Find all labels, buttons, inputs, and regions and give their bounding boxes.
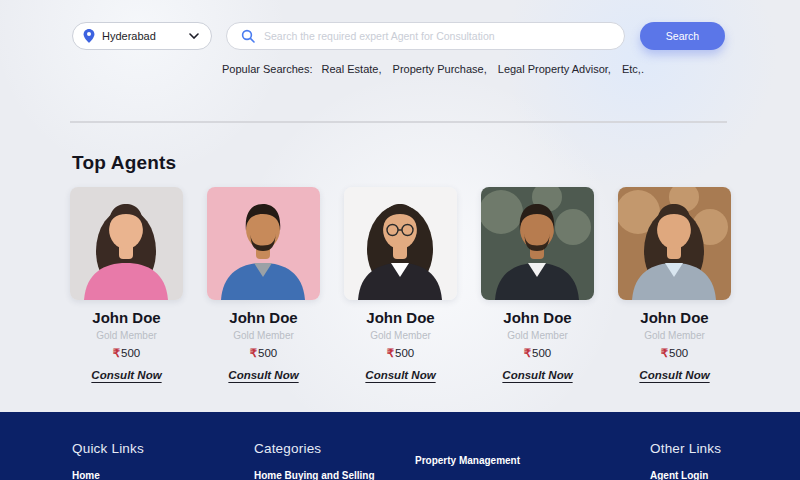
agent-photo	[618, 187, 731, 300]
agent-name: John Doe	[229, 309, 297, 326]
search-field-container	[226, 22, 625, 50]
popular-search-item[interactable]: Real Estate,	[322, 63, 382, 75]
footer-heading-other-links: Other Links	[650, 441, 721, 456]
consult-now-link[interactable]: Consult Now	[91, 369, 161, 381]
rupee-icon: ₹	[250, 347, 257, 359]
agent-tier: Gold Member	[370, 330, 431, 341]
rupee-icon: ₹	[387, 347, 394, 359]
agent-price: ₹500	[113, 346, 141, 360]
agent-name: John Doe	[366, 309, 434, 326]
rupee-icon: ₹	[113, 347, 120, 359]
agent-tier: Gold Member	[233, 330, 294, 341]
location-pin-icon	[83, 29, 95, 43]
price-value: 500	[395, 347, 414, 359]
agent-price: ₹500	[661, 346, 689, 360]
location-label: Hyderabad	[102, 30, 156, 42]
chevron-down-icon	[189, 33, 199, 39]
agent-card: John Doe Gold Member ₹500 Consult Now	[481, 187, 594, 381]
popular-search-item[interactable]: Property Purchase,	[393, 63, 487, 75]
popular-searches: Popular Searches: Real Estate, Property …	[222, 63, 652, 75]
agent-card: John Doe Gold Member ₹500 Consult Now	[70, 187, 183, 381]
footer-heading-quick-links: Quick Links	[72, 441, 144, 456]
agent-photo	[70, 187, 183, 300]
price-value: 500	[532, 347, 551, 359]
price-value: 500	[258, 347, 277, 359]
consult-now-link[interactable]: Consult Now	[639, 369, 709, 381]
consult-now-link[interactable]: Consult Now	[365, 369, 435, 381]
top-agents-list: John Doe Gold Member ₹500 Consult Now Jo…	[70, 187, 731, 381]
agent-photo	[344, 187, 457, 300]
consult-now-link[interactable]: Consult Now	[502, 369, 572, 381]
popular-search-item[interactable]: Etc,.	[622, 63, 644, 75]
agent-price: ₹500	[387, 346, 415, 360]
agent-name: John Doe	[503, 309, 571, 326]
page-title: Top Agents	[72, 152, 176, 174]
popular-search-item[interactable]: Legal Property Advisor,	[498, 63, 611, 75]
agent-card: John Doe Gold Member ₹500 Consult Now	[344, 187, 457, 381]
agent-tier: Gold Member	[507, 330, 568, 341]
footer-link-agent-login[interactable]: Agent Login	[650, 470, 721, 480]
location-dropdown[interactable]: Hyderabad	[72, 22, 212, 50]
search-input[interactable]	[264, 30, 610, 42]
search-bar: Hyderabad Search	[72, 22, 725, 50]
rupee-icon: ₹	[661, 347, 668, 359]
popular-searches-label: Popular Searches:	[222, 63, 313, 75]
agent-photo	[481, 187, 594, 300]
agent-photo	[207, 187, 320, 300]
footer-link-home[interactable]: Home	[72, 470, 144, 480]
agent-price: ₹500	[250, 346, 278, 360]
agent-name: John Doe	[640, 309, 708, 326]
price-value: 500	[669, 347, 688, 359]
consult-now-link[interactable]: Consult Now	[228, 369, 298, 381]
footer-heading-categories: Categories	[254, 441, 375, 456]
agent-card: John Doe Gold Member ₹500 Consult Now	[618, 187, 731, 381]
price-value: 500	[121, 347, 140, 359]
agent-name: John Doe	[92, 309, 160, 326]
agent-price: ₹500	[524, 346, 552, 360]
footer-link-property-management[interactable]: Property Management	[415, 455, 520, 466]
section-divider	[70, 121, 727, 123]
agent-tier: Gold Member	[96, 330, 157, 341]
footer: Quick Links Home Categories Home Buying …	[0, 412, 800, 480]
search-button[interactable]: Search	[640, 22, 725, 50]
agent-card: John Doe Gold Member ₹500 Consult Now	[207, 187, 320, 381]
search-icon	[241, 29, 255, 43]
footer-link-home-buying[interactable]: Home Buying and Selling	[254, 470, 375, 480]
agent-tier: Gold Member	[644, 330, 705, 341]
rupee-icon: ₹	[524, 347, 531, 359]
